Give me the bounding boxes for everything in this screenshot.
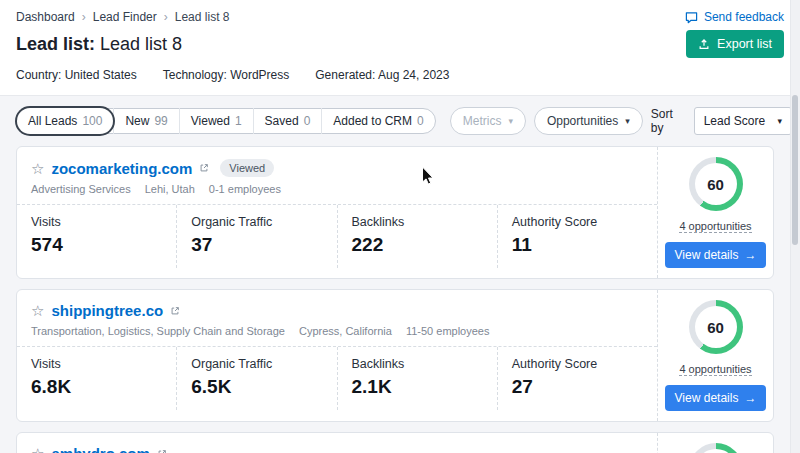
arrow-right-icon: → <box>744 391 756 405</box>
page-title: Lead list: Lead list 8 <box>16 34 182 55</box>
breadcrumb-current: Lead list 8 <box>175 10 230 24</box>
lead-score-panel: 60 4 opportunities View details → <box>657 147 773 278</box>
meta-technology: Technology: WordPress <box>163 68 290 82</box>
lead-card-list: ☆ zocomarketing.com Viewed Advertising S… <box>0 146 800 453</box>
sort-select-value: Lead Score <box>704 114 765 128</box>
lead-location: Cypress, California <box>299 325 392 337</box>
tab-all-leads-count: 100 <box>82 114 102 128</box>
opportunities-link[interactable]: 4 opportunities <box>679 220 751 233</box>
metric-authority-score: Authority Score 11 <box>497 205 657 268</box>
lead-industry: Advertising Services <box>31 183 131 195</box>
chevron-separator-icon: › <box>82 10 86 24</box>
external-link-icon[interactable] <box>157 449 167 453</box>
opportunities-dropdown[interactable]: Opportunities ▾ <box>534 107 643 135</box>
lead-score-value: 55 <box>695 449 737 453</box>
chevron-down-icon: ▾ <box>508 117 513 126</box>
chevron-down-icon: ▾ <box>625 117 630 126</box>
external-link-icon[interactable] <box>170 306 180 316</box>
tab-new-count: 99 <box>154 114 167 128</box>
sort-area: Sort by Lead Score ▾ <box>651 107 800 135</box>
metric-visits: Visits 6.8K <box>17 347 176 410</box>
tab-viewed-label: Viewed <box>191 114 230 128</box>
lead-employees: 11-50 employees <box>406 325 490 337</box>
metric-backlinks: Backlinks 222 <box>337 205 497 268</box>
scrollbar-thumb[interactable] <box>792 95 798 245</box>
tab-all-leads-label: All Leads <box>28 114 77 128</box>
metrics-dropdown[interactable]: Metrics ▾ <box>450 107 526 135</box>
lead-score-gauge: 60 <box>689 157 743 211</box>
viewed-badge: Viewed <box>220 159 274 177</box>
star-icon[interactable]: ☆ <box>31 303 44 318</box>
lead-card: ☆ amhydro.com Farming Arcata, CA 11-50 e… <box>16 432 774 453</box>
lead-metrics: Visits 574 Organic Traffic 37 Backlinks … <box>17 204 657 268</box>
sort-by-label: Sort by <box>651 107 685 135</box>
view-details-button[interactable]: View details → <box>665 385 767 411</box>
lead-score-gauge: 60 <box>689 300 743 354</box>
sort-select[interactable]: Lead Score ▾ <box>694 107 792 135</box>
lead-employees: 0-1 employees <box>209 183 281 195</box>
lead-score-value: 60 <box>695 163 737 205</box>
breadcrumb: Dashboard › Lead Finder › Lead list 8 <box>16 10 229 24</box>
feedback-bubble-icon <box>685 11 698 24</box>
page-header: Dashboard › Lead Finder › Lead list 8 Se… <box>0 0 800 96</box>
lead-card: ☆ zocomarketing.com Viewed Advertising S… <box>16 146 774 279</box>
tab-saved[interactable]: Saved 0 <box>253 108 322 134</box>
lead-location: Lehi, Utah <box>145 183 195 195</box>
metrics-dropdown-label: Metrics <box>463 114 502 128</box>
tab-added-to-crm-label: Added to CRM <box>333 114 412 128</box>
lead-domain-link[interactable]: amhydro.com <box>51 445 149 453</box>
page-title-value: Lead list 8 <box>100 34 182 54</box>
metric-authority-score: Authority Score 27 <box>497 347 657 410</box>
star-icon[interactable]: ☆ <box>31 446 44 453</box>
metric-organic-traffic: Organic Traffic 37 <box>176 205 336 268</box>
tab-all-leads[interactable]: All Leads 100 <box>17 108 113 134</box>
lead-score-value: 60 <box>695 306 737 348</box>
export-upload-icon <box>698 38 710 50</box>
send-feedback-label: Send feedback <box>704 10 784 24</box>
tab-viewed-count: 1 <box>235 114 242 128</box>
meta-country: Country: United States <box>16 68 137 82</box>
lead-company-info: Advertising Services Lehi, Utah 0-1 empl… <box>31 183 643 195</box>
metric-backlinks: Backlinks 2.1K <box>337 347 497 410</box>
lead-finder-page: Dashboard › Lead Finder › Lead list 8 Se… <box>0 0 800 453</box>
arrow-right-icon: → <box>744 248 756 262</box>
tab-new-label: New <box>125 114 149 128</box>
opportunities-dropdown-label: Opportunities <box>547 114 618 128</box>
star-icon[interactable]: ☆ <box>31 161 44 176</box>
lead-metrics: Visits 6.8K Organic Traffic 6.5K Backlin… <box>17 346 657 410</box>
view-details-button[interactable]: View details → <box>665 242 767 268</box>
metric-visits: Visits 574 <box>17 205 176 268</box>
tab-saved-count: 0 <box>304 114 311 128</box>
lead-industry: Transportation, Logistics, Supply Chain … <box>31 325 285 337</box>
list-meta: Country: United States Technology: WordP… <box>16 68 784 82</box>
page-title-label: Lead list: <box>16 34 95 54</box>
lead-score-gauge: 55 <box>689 443 743 453</box>
lead-score-panel: 60 4 opportunities View details → <box>657 290 773 421</box>
tab-added-to-crm-count: 0 <box>417 114 424 128</box>
opportunities-link[interactable]: 4 opportunities <box>679 363 751 376</box>
lead-domain-link[interactable]: shippingtree.co <box>51 302 163 319</box>
lead-card: ☆ shippingtree.co Transportation, Logist… <box>16 289 774 422</box>
vertical-scrollbar[interactable] <box>790 0 800 453</box>
metric-organic-traffic: Organic Traffic 6.5K <box>176 347 336 410</box>
lead-company-info: Transportation, Logistics, Supply Chain … <box>31 325 643 337</box>
tab-added-to-crm[interactable]: Added to CRM 0 <box>321 108 434 134</box>
tab-saved-label: Saved <box>265 114 299 128</box>
export-list-button[interactable]: Export list <box>686 30 784 58</box>
tab-viewed[interactable]: Viewed 1 <box>179 108 253 134</box>
external-link-icon[interactable] <box>199 163 209 173</box>
send-feedback-link[interactable]: Send feedback <box>685 10 784 24</box>
lead-score-panel: 55 3 opportunities View details → <box>657 433 773 453</box>
lead-domain-link[interactable]: zocomarketing.com <box>51 160 192 177</box>
lead-filter-tabs: All Leads 100 New 99 Viewed 1 Saved 0 Ad… <box>16 108 436 134</box>
meta-generated: Generated: Aug 24, 2023 <box>315 68 449 82</box>
tab-new[interactable]: New 99 <box>113 108 178 134</box>
breadcrumb-lead-finder[interactable]: Lead Finder <box>93 10 157 24</box>
chevron-down-icon: ▾ <box>778 117 783 126</box>
filter-bar: All Leads 100 New 99 Viewed 1 Saved 0 Ad… <box>0 96 800 146</box>
chevron-separator-icon: › <box>164 10 168 24</box>
breadcrumb-dashboard[interactable]: Dashboard <box>16 10 75 24</box>
export-list-label: Export list <box>717 37 772 51</box>
